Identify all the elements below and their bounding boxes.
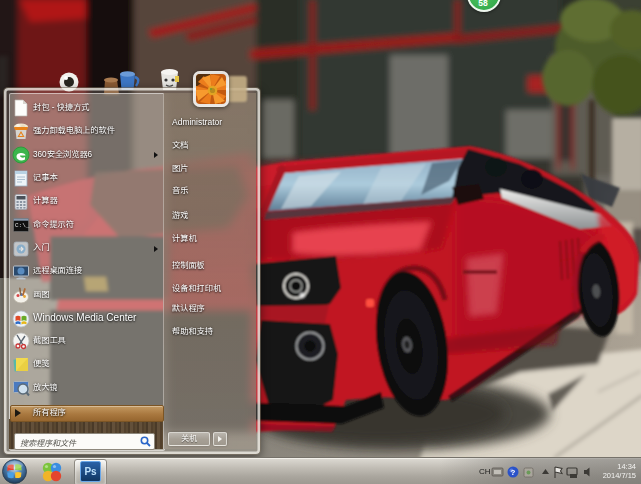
svg-text:C:\_: C:\_ — [15, 222, 30, 229]
svg-text:?: ? — [511, 468, 516, 477]
